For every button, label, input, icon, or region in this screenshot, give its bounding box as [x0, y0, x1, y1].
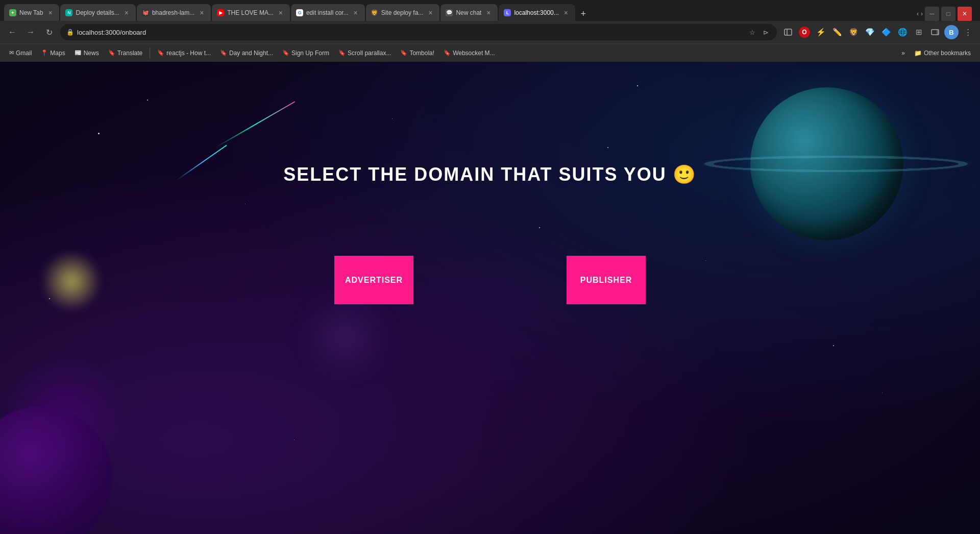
tab-title-brave: Site deploy fa...: [381, 9, 424, 16]
tab-new-tab[interactable]: ✦ New Tab ×: [4, 4, 59, 21]
minimize-button[interactable]: ─: [925, 7, 939, 21]
page-heading: SELECT THE DOMAIN THAT SUITS YOU 🙂: [283, 164, 697, 185]
bookmark-maps-label: Maps: [50, 50, 65, 57]
forward-button[interactable]: →: [23, 25, 38, 39]
bookmark-separator: [150, 48, 150, 58]
maps-icon: 📍: [41, 50, 48, 56]
bookmark-tombola[interactable]: 🔖 Tombola!: [396, 47, 438, 59]
tab-favicon-localhost: L: [504, 9, 511, 16]
extension2-icon[interactable]: 🦁: [846, 25, 861, 39]
tab-title-youtube: THE LOVE MA...: [227, 9, 274, 16]
bookmarks-more[interactable]: »: [897, 47, 909, 59]
extension1-icon[interactable]: ✏️: [830, 25, 844, 39]
tab-favicon-deploy: N: [65, 9, 72, 16]
url-input-container[interactable]: 🔒 localhost:3000/onboard ☆ ⊳: [60, 24, 777, 40]
vpn-icon[interactable]: ⚡: [814, 25, 828, 39]
tab-deploy-details[interactable]: N Deploy details... ×: [60, 4, 135, 21]
tab-new-chat[interactable]: 💬 New chat ×: [440, 4, 498, 21]
new-tab-button[interactable]: +: [576, 7, 591, 21]
bookmark-news[interactable]: 📰 News: [70, 47, 103, 59]
page-content: SELECT THE DOMAIN THAT SUITS YOU 🙂 ADVER…: [0, 62, 980, 534]
tab-scroll-left[interactable]: ‹: [917, 10, 919, 17]
bookmark-websocket[interactable]: 🔖 Websocket M...: [439, 47, 499, 59]
tab-close-new-tab[interactable]: ×: [46, 9, 54, 17]
bookmark-daynight[interactable]: 🔖 Day and Night...: [216, 47, 277, 59]
extension4-icon[interactable]: 🔷: [879, 25, 893, 39]
maximize-button[interactable]: □: [941, 7, 955, 21]
tab-favicon-brave: 🦁: [371, 9, 378, 16]
tab-title-google: edit install cor...: [306, 9, 349, 16]
bookmark-translate[interactable]: 🔖 Translate: [104, 47, 147, 59]
tab-google-edit[interactable]: G edit install cor... ×: [291, 4, 365, 21]
profile-icon[interactable]: B: [944, 25, 959, 39]
sidebar-icon[interactable]: [781, 25, 795, 39]
publisher-button[interactable]: PUBLISHER: [567, 256, 646, 304]
bookmark-parallax[interactable]: 🔖 Scroll parallax...: [334, 47, 395, 59]
opera-icon[interactable]: O: [797, 25, 812, 39]
tab-scroll-right[interactable]: ›: [921, 10, 923, 17]
tab-github[interactable]: 🐙 bhadresh-lam... ×: [137, 4, 211, 21]
tab-favicon-new-tab: ✦: [9, 9, 16, 16]
tab-title-new-tab: New Tab: [19, 9, 43, 16]
translate-icon: 🔖: [108, 50, 115, 56]
toolbar-icons: O ⚡ ✏️ 🦁 💎 🔷 🌐 ⊞ B ⋮: [781, 25, 975, 39]
tab-close-deploy[interactable]: ×: [122, 9, 131, 17]
tab-close-google[interactable]: ×: [352, 9, 360, 17]
tab-site-deploy[interactable]: 🦁 Site deploy fa... ×: [366, 4, 440, 21]
parallax-icon: 🔖: [338, 50, 346, 56]
bookmark-signup-label: Sign Up Form: [291, 50, 329, 57]
reactjs-icon: 🔖: [157, 50, 164, 56]
menu-icon[interactable]: ⋮: [961, 25, 975, 39]
choice-container: ADVERTISER PUBLISHER: [334, 256, 646, 304]
extension5-icon[interactable]: 🌐: [895, 25, 910, 39]
bookmark-daynight-label: Day and Night...: [229, 50, 273, 57]
bookmark-parallax-label: Scroll parallax...: [348, 50, 391, 57]
bookmark-reactjs-label: reactjs - How t...: [166, 50, 211, 57]
bookmark-signup[interactable]: 🔖 Sign Up Form: [278, 47, 333, 59]
signup-icon: 🔖: [282, 50, 289, 56]
bookmark-translate-label: Translate: [117, 50, 143, 57]
tab-close-github[interactable]: ×: [198, 9, 206, 17]
tab-close-brave[interactable]: ×: [426, 9, 434, 17]
bookmarks-bar: ✉ Gmail 📍 Maps 📰 News 🔖 Translate 🔖 reac…: [0, 43, 980, 62]
bookmark-star-icon[interactable]: ☆: [747, 27, 757, 37]
tab-favicon-github: 🐙: [142, 9, 149, 16]
other-bookmarks[interactable]: 📁 Other bookmarks: [910, 47, 975, 59]
gmail-icon: ✉: [9, 50, 14, 56]
bookmark-gmail-label: Gmail: [16, 50, 32, 57]
tab-favicon-chat: 💬: [446, 9, 453, 16]
advertiser-button[interactable]: ADVERTISER: [334, 256, 413, 304]
back-button[interactable]: ←: [5, 25, 19, 39]
tab-close-chat[interactable]: ×: [484, 9, 493, 17]
tab-title-localhost: localhost:3000...: [514, 9, 558, 16]
refresh-button[interactable]: ↻: [42, 25, 56, 39]
other-bookmarks-label: Other bookmarks: [924, 50, 971, 57]
tab-title-deploy: Deploy details...: [76, 9, 119, 16]
news-icon: 📰: [75, 50, 82, 56]
svg-rect-0: [785, 29, 792, 35]
bookmark-gmail[interactable]: ✉ Gmail: [5, 47, 36, 59]
bookmark-reactjs[interactable]: 🔖 reactjs - How t...: [153, 47, 215, 59]
browser-chrome: ✦ New Tab × N Deploy details... × 🐙 bhad…: [0, 0, 980, 62]
tombola-icon: 🔖: [400, 50, 407, 56]
bookmark-tombola-label: Tombola!: [409, 50, 434, 57]
url-display: localhost:3000/onboard: [77, 29, 744, 36]
url-bar-row: ← → ↻ 🔒 localhost:3000/onboard ☆ ⊳ O: [0, 21, 980, 43]
extensions-icon[interactable]: ⊞: [912, 25, 926, 39]
extension3-icon[interactable]: 💎: [863, 25, 877, 39]
tab-youtube[interactable]: ▶ THE LOVE MA... ×: [212, 4, 290, 21]
lock-icon: 🔒: [66, 29, 74, 36]
svg-rect-3: [937, 30, 939, 35]
tab-close-youtube[interactable]: ×: [277, 9, 285, 17]
tab-close-localhost[interactable]: ×: [562, 9, 570, 17]
bookmarks-more-symbol: »: [901, 50, 905, 57]
close-window-button[interactable]: ✕: [958, 7, 972, 21]
share-icon[interactable]: ⊳: [761, 27, 771, 37]
tab-localhost[interactable]: L localhost:3000... ×: [499, 4, 575, 21]
star-glow: [41, 251, 102, 312]
center-glow: [294, 298, 396, 375]
tab-bar: ✦ New Tab × N Deploy details... × 🐙 bhad…: [0, 0, 980, 21]
toggle-sidebar-icon[interactable]: [928, 25, 942, 39]
daynight-icon: 🔖: [220, 50, 227, 56]
bookmark-maps[interactable]: 📍 Maps: [37, 47, 69, 59]
